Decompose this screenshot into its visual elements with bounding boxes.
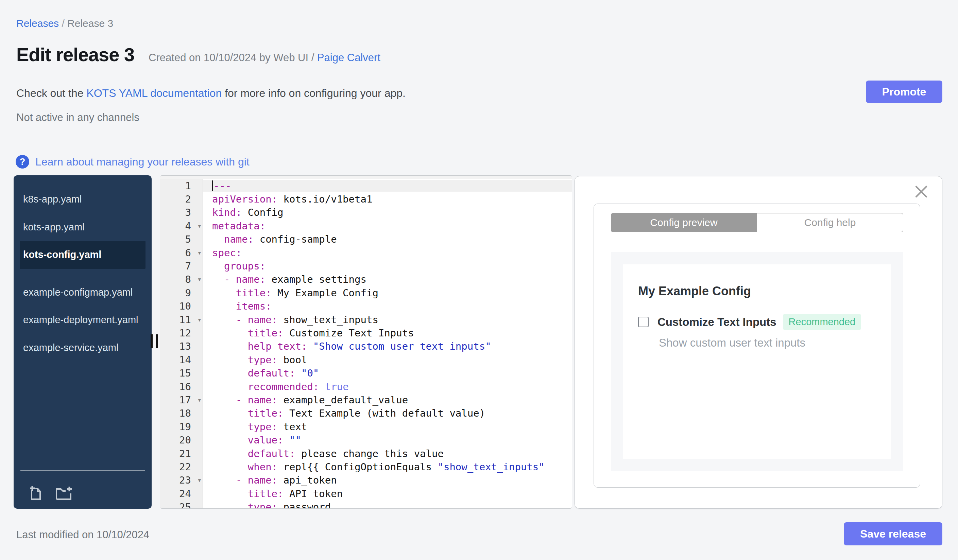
tab-config-help[interactable]: Config help bbox=[757, 213, 903, 232]
editor-lines: 1---2apiVersion: kots.io/v1beta13kind: C… bbox=[160, 179, 572, 509]
recommended-badge: Recommended bbox=[783, 314, 861, 330]
code-content: --- bbox=[203, 180, 572, 191]
code-line-17[interactable]: 17▾ - name: example_default_value bbox=[160, 393, 572, 407]
created-author-link[interactable]: Paige Calvert bbox=[317, 52, 381, 63]
line-number: 6▾ bbox=[160, 246, 203, 259]
code-line-4[interactable]: 4▾metadata: bbox=[160, 219, 572, 233]
indent-guide bbox=[236, 340, 236, 352]
code-line-7[interactable]: 7 groups: bbox=[160, 259, 572, 272]
indent-guide bbox=[236, 381, 236, 392]
code-line-14[interactable]: 14 type: bool bbox=[160, 353, 572, 366]
indent-guide bbox=[236, 461, 236, 473]
code-line-3[interactable]: 3kind: Config bbox=[160, 206, 572, 219]
line-number: 8▾ bbox=[160, 273, 203, 286]
created-prefix: Created on 10/10/2024 by Web UI / bbox=[149, 52, 317, 63]
code-line-18[interactable]: 18 title: Text Example (with default val… bbox=[160, 407, 572, 420]
git-releases-link[interactable]: Learn about managing your releases with … bbox=[35, 156, 249, 168]
code-line-24[interactable]: 24 title: API token bbox=[160, 487, 572, 500]
indent-guide bbox=[236, 434, 236, 446]
line-number: 20 bbox=[160, 433, 203, 446]
line-number: 24 bbox=[160, 487, 203, 500]
code-line-11[interactable]: 11▾ - name: show_text_inputs bbox=[160, 313, 572, 326]
line-number: 19 bbox=[160, 420, 203, 433]
save-release-button[interactable]: Save release bbox=[844, 522, 942, 546]
code-line-19[interactable]: 19 type: text bbox=[160, 420, 572, 433]
fold-arrow-icon[interactable]: ▾ bbox=[198, 477, 201, 484]
line-number: 5 bbox=[160, 233, 203, 246]
preview-tabbar: Config preview Config help bbox=[611, 213, 903, 232]
preview-gray-area: My Example Config Customize Text Inputs … bbox=[611, 252, 903, 471]
indent-guide bbox=[236, 421, 236, 433]
config-group-title: My Example Config bbox=[638, 284, 751, 298]
code-line-12[interactable]: 12 title: Customize Text Inputs bbox=[160, 326, 572, 340]
line-number: 22 bbox=[160, 460, 203, 473]
line-number: 4▾ bbox=[160, 219, 203, 233]
code-line-1[interactable]: 1--- bbox=[160, 179, 572, 192]
code-line-5[interactable]: 5 name: config-sample bbox=[160, 233, 572, 246]
file-item-example-service.yaml[interactable]: example-service.yaml bbox=[14, 334, 152, 362]
docs-prefix: Check out the bbox=[16, 87, 86, 99]
code-line-8[interactable]: 8▾ - name: example_settings bbox=[160, 273, 572, 286]
fold-arrow-icon[interactable]: ▾ bbox=[198, 222, 201, 229]
code-content: items: bbox=[203, 301, 572, 312]
breadcrumb-current: Release 3 bbox=[67, 18, 113, 29]
code-content: value: "" bbox=[203, 434, 572, 446]
line-number: 21 bbox=[160, 447, 203, 460]
line-number: 15 bbox=[160, 366, 203, 380]
code-line-21[interactable]: 21 default: please change this value bbox=[160, 447, 572, 460]
new-file-icon[interactable] bbox=[27, 484, 44, 501]
new-folder-icon[interactable] bbox=[54, 484, 73, 501]
code-line-10[interactable]: 10 items: bbox=[160, 300, 572, 313]
indent-guide bbox=[236, 407, 236, 419]
code-line-9[interactable]: 9 title: My Example Config bbox=[160, 286, 572, 299]
file-item-example-deployment.yaml[interactable]: example-deployment.yaml bbox=[14, 306, 152, 334]
docs-line: Check out the KOTS YAML documentation fo… bbox=[16, 87, 406, 100]
fold-arrow-icon[interactable]: ▾ bbox=[198, 249, 201, 256]
file-item-k8s-app.yaml[interactable]: k8s-app.yaml bbox=[14, 185, 152, 214]
kots-yaml-docs-link[interactable]: KOTS YAML documentation bbox=[86, 87, 222, 99]
code-content: spec: bbox=[203, 247, 572, 259]
code-line-23[interactable]: 23▾ - name: api_token bbox=[160, 474, 572, 487]
yaml-editor[interactable]: 1---2apiVersion: kots.io/v1beta13kind: C… bbox=[160, 176, 572, 509]
tab-config-preview[interactable]: Config preview bbox=[611, 213, 757, 232]
line-number: 9 bbox=[160, 286, 203, 299]
line-number: 3 bbox=[160, 206, 203, 219]
fold-arrow-icon[interactable]: ▾ bbox=[198, 316, 201, 323]
line-number: 16 bbox=[160, 380, 203, 393]
line-number: 12 bbox=[160, 326, 203, 340]
indent-guide bbox=[236, 354, 236, 365]
customize-text-inputs-checkbox[interactable] bbox=[638, 317, 649, 327]
code-line-6[interactable]: 6▾spec: bbox=[160, 246, 572, 259]
close-icon[interactable] bbox=[915, 185, 928, 198]
config-group-card: My Example Config Customize Text Inputs … bbox=[623, 264, 891, 459]
breadcrumb: Releases / Release 3 bbox=[16, 18, 113, 29]
code-line-20[interactable]: 20 value: "" bbox=[160, 433, 572, 446]
code-content: default: please change this value bbox=[203, 448, 572, 459]
created-text: Created on 10/10/2024 by Web UI / Paige … bbox=[149, 52, 381, 64]
code-content: - name: show_text_inputs bbox=[203, 314, 572, 326]
fold-arrow-icon[interactable]: ▾ bbox=[198, 396, 201, 403]
config-item-row: Customize Text Inputs Recommended bbox=[638, 314, 861, 330]
sidebar-actions bbox=[14, 476, 152, 509]
code-line-15[interactable]: 15 default: "0" bbox=[160, 366, 572, 380]
promote-button[interactable]: Promote bbox=[866, 81, 942, 103]
breadcrumb-releases-link[interactable]: Releases bbox=[16, 18, 59, 29]
file-item-kots-app.yaml[interactable]: kots-app.yaml bbox=[14, 214, 152, 241]
code-content: help_text: "Show custom user text inputs… bbox=[203, 340, 572, 352]
code-content: metadata: bbox=[203, 220, 572, 232]
code-line-25[interactable]: 25 type: password bbox=[160, 500, 572, 509]
code-content: - name: example_settings bbox=[203, 274, 572, 285]
question-icon[interactable]: ? bbox=[16, 155, 29, 169]
code-line-22[interactable]: 22 when: repl{{ ConfigOptionEquals "show… bbox=[160, 460, 572, 473]
code-content: type: text bbox=[203, 421, 572, 433]
code-content: - name: example_default_value bbox=[203, 394, 572, 406]
line-number: 14 bbox=[160, 353, 203, 366]
line-number: 18 bbox=[160, 407, 203, 420]
code-line-2[interactable]: 2apiVersion: kots.io/v1beta1 bbox=[160, 192, 572, 206]
code-line-16[interactable]: 16 recommended: true bbox=[160, 380, 572, 393]
file-item-kots-config.yaml[interactable]: kots-config.yaml bbox=[20, 241, 146, 269]
file-item-example-configmap.yaml[interactable]: example-configmap.yaml bbox=[14, 278, 152, 307]
sidebar-resize-handle[interactable] bbox=[151, 334, 158, 348]
fold-arrow-icon[interactable]: ▾ bbox=[198, 276, 201, 283]
code-line-13[interactable]: 13 help_text: "Show custom user text inp… bbox=[160, 340, 572, 353]
